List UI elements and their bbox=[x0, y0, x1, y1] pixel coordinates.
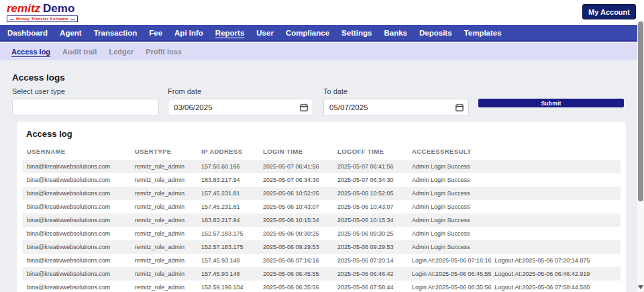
logo-brand: remitz bbox=[7, 2, 40, 15]
column-header-ip-address: IP ADDRESS bbox=[197, 144, 258, 160]
table-cell: remitz_role_admin bbox=[130, 254, 197, 267]
table-cell: remitz_role_admin bbox=[130, 240, 197, 254]
table-cell: remitz_role_admin bbox=[130, 281, 197, 292]
table-cell: bina@kreativwebsolutions.com bbox=[22, 213, 130, 227]
to-date-input[interactable] bbox=[323, 99, 469, 116]
table-cell: 2025-05-06 10:15:34 bbox=[333, 213, 407, 227]
table-cell: 2025-05-06 10:52:05 bbox=[258, 187, 333, 200]
table-row: bina@kreativwebsolutions.comremitz_role_… bbox=[22, 267, 621, 281]
to-date-field-group: To date bbox=[323, 87, 469, 116]
table-cell: bina@kreativwebsolutions.com bbox=[22, 187, 130, 200]
table-row: bina@kreativwebsolutions.comremitz_role_… bbox=[22, 160, 621, 173]
chevron-down-icon[interactable] bbox=[638, 285, 643, 290]
table-row: bina@kreativwebsolutions.comremitz_role_… bbox=[22, 213, 621, 227]
table-cell: Admin Login Success bbox=[407, 240, 621, 254]
nav-item-templates[interactable]: Templates bbox=[458, 29, 508, 37]
table-cell: remitz_role_admin bbox=[130, 160, 197, 173]
tagline-rule-left bbox=[9, 19, 14, 19]
table-row: bina@kreativwebsolutions.comremitz_role_… bbox=[22, 281, 621, 292]
nav-item-settings[interactable]: Settings bbox=[335, 29, 378, 37]
app-logo: remitzDemo Money Transfer Software bbox=[7, 3, 78, 22]
calendar-icon[interactable] bbox=[300, 103, 308, 111]
table-cell: remitz_role_admin bbox=[130, 213, 197, 227]
access-log-card: Access log USERNAMEUSERTYPEIP ADDRESSLOG… bbox=[17, 121, 626, 292]
table-cell: 2025-05-06 07:16:16 bbox=[258, 254, 333, 267]
subnav-item-access-log[interactable]: Access log bbox=[7, 48, 55, 56]
table-cell: 152.57.183.175 bbox=[197, 227, 258, 240]
page-title: Access logs bbox=[12, 72, 65, 83]
nav-item-dashboard[interactable]: Dashboard bbox=[1, 29, 54, 37]
header: remitzDemo Money Transfer Software My Ac… bbox=[0, 0, 644, 25]
access-log-page: remitzDemo Money Transfer Software My Ac… bbox=[0, 0, 644, 292]
table-cell: 183.83.217.94 bbox=[197, 213, 258, 227]
logo-tagline-box: Money Transfer Software bbox=[7, 15, 78, 22]
table-cell: 2025-05-06 06:35:56 bbox=[258, 281, 333, 292]
nav-item-fee[interactable]: Fee bbox=[143, 29, 168, 37]
table-cell: 2025-05-07 06:41:56 bbox=[333, 160, 407, 173]
table-cell: Admin Login Success bbox=[407, 227, 621, 240]
table-cell: 152.57.183.175 bbox=[197, 240, 258, 254]
column-header-usertype: USERTYPE bbox=[130, 144, 197, 160]
from-date-field-group: From date bbox=[168, 87, 313, 116]
table-cell: 2025-05-06 06:45:55 bbox=[258, 267, 333, 281]
table-cell: 157.45.93.148 bbox=[197, 254, 258, 267]
calendar-icon[interactable] bbox=[455, 103, 464, 111]
from-date-label: From date bbox=[168, 87, 313, 95]
table-cell: Admin Login Success bbox=[407, 173, 621, 187]
sub-nav: Access logAudit trailLedgerProfit loss bbox=[0, 43, 637, 60]
table-cell: 2025-05-06 09:29:53 bbox=[333, 240, 407, 254]
subnav-item-profit-loss[interactable]: Profit loss bbox=[141, 48, 186, 56]
to-date-label: To date bbox=[323, 87, 469, 95]
user-type-field-group: Select user type bbox=[12, 87, 159, 116]
table-cell: 157.45.93.148 bbox=[197, 267, 258, 281]
vertical-scrollbar[interactable] bbox=[637, 20, 644, 292]
table-cell: remitz_role_admin bbox=[130, 227, 197, 240]
table-cell: 2025-05-06 10:43:07 bbox=[258, 200, 333, 213]
table-cell: remitz_role_admin bbox=[130, 187, 197, 200]
table-row: bina@kreativwebsolutions.comremitz_role_… bbox=[22, 240, 621, 254]
nav-item-user[interactable]: User bbox=[250, 29, 280, 37]
table-cell: 2025-05-07 06:41:56 bbox=[258, 160, 333, 173]
table-cell: 2025-05-06 10:43:07 bbox=[333, 200, 407, 213]
table-cell: 157.50.60.166 bbox=[197, 160, 258, 173]
nav-item-agent[interactable]: Agent bbox=[54, 29, 88, 37]
nav-item-banks[interactable]: Banks bbox=[378, 29, 413, 37]
table-cell: Admin Login Success bbox=[407, 160, 621, 173]
submit-button[interactable]: Submit bbox=[478, 99, 624, 107]
table-cell: 2025-05-07 06:34:30 bbox=[333, 173, 407, 187]
table-body: bina@kreativwebsolutions.comremitz_role_… bbox=[22, 160, 621, 292]
nav-item-compliance[interactable]: Compliance bbox=[280, 29, 335, 37]
table-cell: Login At:2025-05-06 07:16:16 ,Logout At:… bbox=[407, 254, 621, 267]
subnav-item-audit-trail[interactable]: Audit trail bbox=[58, 48, 101, 56]
my-account-button[interactable]: My Account bbox=[582, 4, 636, 19]
logo-suffix: Demo bbox=[43, 2, 74, 15]
tagline-rule-right bbox=[70, 19, 75, 19]
nav-item-transaction[interactable]: Transaction bbox=[88, 29, 144, 37]
table-cell: bina@kreativwebsolutions.com bbox=[22, 160, 130, 173]
table-row: bina@kreativwebsolutions.comremitz_role_… bbox=[22, 227, 621, 240]
from-date-input[interactable] bbox=[168, 99, 313, 116]
table-cell: 183.83.217.94 bbox=[197, 173, 258, 187]
table-title: Access log bbox=[26, 129, 621, 139]
table-cell: bina@kreativwebsolutions.com bbox=[22, 254, 130, 267]
table-cell: 157.45.231.81 bbox=[197, 187, 258, 200]
logo-text: remitzDemo bbox=[7, 3, 78, 15]
scrollbar-thumb[interactable] bbox=[638, 21, 643, 201]
subnav-item-ledger[interactable]: Ledger bbox=[104, 48, 138, 56]
nav-item-api-info[interactable]: Api Info bbox=[168, 29, 209, 37]
table-cell: remitz_role_admin bbox=[130, 267, 197, 281]
table-cell: 2025-05-06 09:30:25 bbox=[258, 227, 333, 240]
table-cell: 2025-05-07 06:34:30 bbox=[258, 173, 333, 187]
column-header-username: USERNAME bbox=[22, 144, 130, 160]
table-cell: 152.59.196.104 bbox=[197, 281, 258, 292]
nav-item-deposits[interactable]: Deposits bbox=[413, 29, 458, 37]
nav-item-reports[interactable]: Reports bbox=[209, 29, 250, 37]
table-cell: remitz_role_admin bbox=[130, 173, 197, 187]
logo-tagline: Money Transfer Software bbox=[16, 17, 68, 21]
column-header-acceessresult: ACCEESSRESULT bbox=[407, 144, 621, 160]
table-cell: 2025-05-06 09:30:25 bbox=[333, 227, 407, 240]
table-row: bina@kreativwebsolutions.comremitz_role_… bbox=[22, 254, 621, 267]
column-header-logoff-time: LOGOFF TIME bbox=[333, 144, 407, 160]
user-type-input[interactable] bbox=[12, 99, 159, 116]
table-row: bina@kreativwebsolutions.comremitz_role_… bbox=[22, 187, 621, 200]
